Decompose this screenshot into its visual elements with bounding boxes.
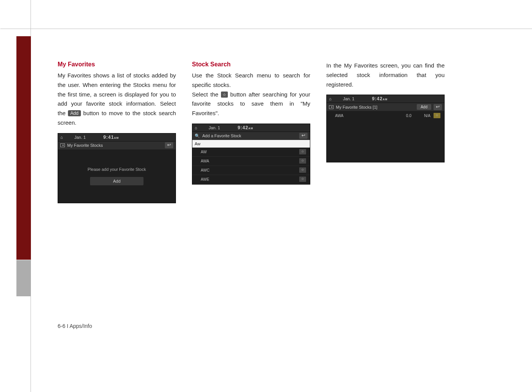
paragraph-stock-search-2: Select the ☆ button after searching for … xyxy=(192,90,310,118)
inline-star-button: ☆ xyxy=(221,92,228,98)
search-icon: 🔍 xyxy=(195,133,200,138)
list-item[interactable]: AWE ☆ xyxy=(192,175,310,184)
status-time: 9:42AM xyxy=(238,125,253,130)
page-footer: 6-6 I Apps/Info xyxy=(58,323,92,329)
status-time: 9:42AM xyxy=(372,96,388,101)
screenshot-favorites-populated: ⌂ Jan. 1 9:42AM ★ My Favorite Stocks [1]… xyxy=(326,95,445,162)
home-icon[interactable]: ⌂ xyxy=(329,96,332,101)
stock-status: N/A xyxy=(411,114,430,118)
list-item[interactable]: AWA ☆ xyxy=(192,157,310,166)
star-icon[interactable]: ☆ xyxy=(299,177,306,182)
screenshot-favorites-empty: ⌂ Jan. 1 9:41AM ★ My Favorite Stocks ↩ P… xyxy=(58,133,176,203)
status-date: Jan. 1 xyxy=(343,96,355,101)
result-symbol: AWA xyxy=(201,159,209,163)
back-button[interactable]: ↩ xyxy=(299,133,308,139)
heading-my-favorites: My Favorites xyxy=(58,61,176,68)
screen-title: My Favorite Stocks [1] xyxy=(336,105,377,109)
search-input[interactable]: Aw xyxy=(192,140,310,148)
star-icon[interactable]: ☆ xyxy=(299,167,306,173)
screen-title: My Favorite Stocks xyxy=(67,143,103,148)
list-item[interactable]: AWC ☆ xyxy=(192,166,310,175)
list-item[interactable]: AW ☆ xyxy=(192,148,310,157)
favorites-list: AWA 0.0 N/A ☆ xyxy=(327,111,444,162)
title-bar: 🔍 Add a Favorite Stock ↩ xyxy=(192,132,310,140)
star-icon[interactable]: ☆ xyxy=(434,113,440,118)
empty-space xyxy=(327,120,444,162)
side-red-bar xyxy=(16,36,31,260)
back-button[interactable]: ↩ xyxy=(434,104,442,110)
add-button[interactable]: Add xyxy=(90,177,143,185)
time-suffix: AM xyxy=(248,127,253,130)
favorites-icon: ★ xyxy=(329,105,334,109)
paragraph-stock-search-1: Use the Stock Search menu to search for … xyxy=(192,71,310,90)
search-results-list: AW ☆ AWA ☆ AWC ☆ AWE xyxy=(192,148,310,184)
title-bar: ★ My Favorite Stocks ↩ xyxy=(58,141,176,149)
text-segment: Select the xyxy=(192,91,221,98)
table-row[interactable]: AWA 0.0 N/A ☆ xyxy=(327,111,444,120)
empty-state: Please add your Favorite Stock Add xyxy=(58,149,176,203)
inline-add-button: Add xyxy=(68,110,81,116)
stock-value: 0.0 xyxy=(389,114,411,118)
status-bar: ⌂ Jan. 1 9:42AM xyxy=(192,124,310,132)
heading-stock-search: Stock Search xyxy=(192,61,310,68)
status-date: Jan. 1 xyxy=(74,135,86,140)
column-favorites-populated: In the My Favorites screen, you can find… xyxy=(326,61,445,203)
time-suffix: AM xyxy=(383,98,388,101)
home-icon[interactable]: ⌂ xyxy=(60,135,63,140)
result-symbol: AWE xyxy=(201,177,209,182)
star-icon[interactable]: ☆ xyxy=(299,158,306,164)
favorites-icon: ★ xyxy=(60,143,65,147)
home-icon[interactable]: ⌂ xyxy=(195,125,197,130)
column-stock-search: Stock Search Use the Stock Search menu t… xyxy=(192,61,310,203)
screen-title: Add a Favorite Stock xyxy=(202,133,241,138)
stock-symbol: AWA xyxy=(335,114,389,118)
add-button[interactable]: Add xyxy=(417,104,431,110)
time-value: 9:42 xyxy=(238,125,248,130)
result-symbol: AW xyxy=(201,150,207,154)
time-value: 9:41 xyxy=(103,135,114,140)
back-button[interactable]: ↩ xyxy=(165,142,173,148)
status-bar: ⌂ Jan. 1 9:42AM xyxy=(327,95,444,103)
status-time: 9:41AM xyxy=(103,135,119,140)
column-my-favorites: My Favorites My Favorites shows a list o… xyxy=(58,61,176,203)
content-columns: My Favorites My Favorites shows a list o… xyxy=(58,61,477,203)
top-divider xyxy=(0,29,532,29)
result-symbol: AWC xyxy=(201,168,210,172)
paragraph-favorites-populated: In the My Favorites screen, you can find… xyxy=(326,61,445,89)
time-value: 9:42 xyxy=(372,96,383,101)
empty-message: Please add your Favorite Stock xyxy=(88,167,146,172)
status-bar: ⌂ Jan. 1 9:41AM xyxy=(58,133,176,141)
paragraph-my-favorites: My Favorites shows a list of stocks adde… xyxy=(58,71,176,128)
status-date: Jan. 1 xyxy=(209,125,220,130)
side-grey-bar xyxy=(16,260,31,296)
screenshot-stock-search: ⌂ Jan. 1 9:42AM 🔍 Add a Favorite Stock ↩… xyxy=(192,124,310,185)
star-icon[interactable]: ☆ xyxy=(299,149,306,154)
title-bar: ★ My Favorite Stocks [1] Add ↩ xyxy=(327,103,444,111)
time-suffix: AM xyxy=(114,137,119,139)
page: My Favorites My Favorites shows a list o… xyxy=(31,0,532,392)
